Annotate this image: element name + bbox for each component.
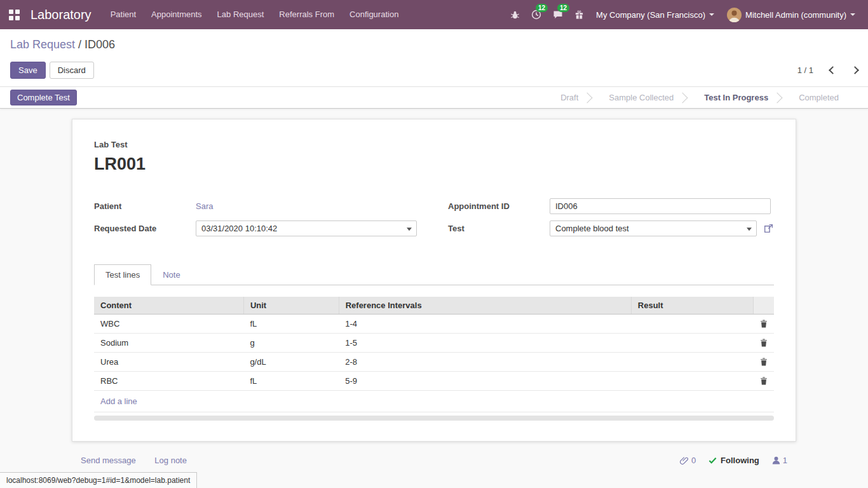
test-lines-table-wrap: Content Unit Reference Intervals Result … <box>94 297 774 421</box>
systray: 12 12 My Company (San Francisco) <box>505 0 862 29</box>
cell-unit[interactable]: fL <box>243 372 339 391</box>
doc-type-label: Lab Test <box>94 140 774 149</box>
pager: 1 / 1 <box>797 65 858 75</box>
patient-label: Patient <box>94 201 196 211</box>
tab-test-lines[interactable]: Test lines <box>94 264 151 285</box>
header-content[interactable]: Content <box>94 297 243 315</box>
apps-menu-icon[interactable] <box>0 0 28 29</box>
patient-value-link[interactable]: Sara <box>196 201 213 211</box>
delete-row-button[interactable] <box>754 315 774 334</box>
header-reference-intervals[interactable]: Reference Intervals <box>339 297 631 315</box>
bug-icon <box>510 10 520 20</box>
paperclip-icon <box>680 456 689 465</box>
attachments-button[interactable]: 0 <box>680 456 696 465</box>
step-completed[interactable]: Completed <box>787 90 858 105</box>
test-lines-table: Content Unit Reference Intervals Result … <box>94 297 774 391</box>
company-switcher[interactable]: My Company (San Francisco) <box>590 0 721 29</box>
cell-content[interactable]: RBC <box>94 372 243 391</box>
page-title: LR001 <box>94 154 774 174</box>
field-test: Test <box>448 219 774 238</box>
menu-lab-request[interactable]: Lab Request <box>210 0 272 29</box>
step-sample-collected[interactable]: Sample Collected <box>597 90 693 105</box>
cell-result[interactable] <box>631 372 754 391</box>
step-draft[interactable]: Draft <box>549 90 597 105</box>
open-test-record-button[interactable] <box>763 223 774 234</box>
cell-result[interactable] <box>631 334 754 353</box>
followers-button[interactable]: 1 <box>772 456 787 465</box>
user-menu[interactable]: Mitchell Admin (community) <box>721 0 862 29</box>
messages-button[interactable]: 12 <box>547 10 569 20</box>
cell-content[interactable]: WBC <box>94 315 243 334</box>
add-line-row: Add a line <box>94 391 774 412</box>
activities-button[interactable]: 12 <box>526 10 547 20</box>
breadcrumb-parent[interactable]: Lab Request <box>10 38 75 51</box>
person-icon <box>772 456 780 464</box>
table-row[interactable]: WBC fL 1-4 <box>94 315 774 334</box>
avatar <box>727 8 742 22</box>
status-bar-url: localhost:8069/web?debug=1#id=1&model=la… <box>0 472 197 488</box>
header-result[interactable]: Result <box>631 297 754 315</box>
gift-button[interactable] <box>569 10 590 20</box>
field-patient: Patient Sara <box>94 197 420 215</box>
save-button[interactable]: Save <box>10 62 46 79</box>
header-unit[interactable]: Unit <box>243 297 339 315</box>
appointment-id-label: Appointment ID <box>448 201 550 211</box>
cell-content[interactable]: Sodium <box>94 334 243 353</box>
cell-interval[interactable]: 5-9 <box>339 372 631 391</box>
discard-button[interactable]: Discard <box>50 62 94 79</box>
breadcrumb-separator: / <box>75 38 85 51</box>
table-row[interactable]: Urea g/dL 2-8 <box>94 353 774 372</box>
cell-interval[interactable]: 2-8 <box>339 353 631 372</box>
log-note-button[interactable]: Log note <box>154 456 187 465</box>
test-label: Test <box>448 224 550 233</box>
breadcrumb-current: ID006 <box>85 38 115 51</box>
header-actions <box>754 297 774 315</box>
horizontal-scrollbar[interactable] <box>94 416 774 421</box>
form-statusbar: Complete Test Draft Sample Collected Tes… <box>0 86 868 109</box>
notebook-tabs: Test lines Note <box>94 264 774 285</box>
cell-unit[interactable]: fL <box>243 315 339 334</box>
pager-value: 1 / 1 <box>797 65 813 75</box>
pager-next-icon[interactable] <box>851 66 859 74</box>
appointment-id-input[interactable] <box>550 198 771 214</box>
menu-configuration[interactable]: Configuration <box>342 0 406 29</box>
field-requested-date: Requested Date <box>94 219 420 238</box>
cell-unit[interactable]: g <box>243 334 339 353</box>
table-header-row: Content Unit Reference Intervals Result <box>94 297 774 315</box>
cell-interval[interactable]: 1-4 <box>339 315 631 334</box>
requested-date-input[interactable] <box>196 220 417 236</box>
cell-result[interactable] <box>631 315 754 334</box>
control-panel: Lab Request / ID006 Save Discard 1 / 1 <box>0 29 868 86</box>
trash-icon <box>760 377 768 385</box>
pager-previous-icon[interactable] <box>829 66 837 74</box>
menu-appointments[interactable]: Appointments <box>144 0 210 29</box>
table-row[interactable]: Sodium g 1-5 <box>94 334 774 353</box>
delete-row-button[interactable] <box>754 334 774 353</box>
delete-row-button[interactable] <box>754 353 774 372</box>
grid-icon <box>9 10 20 20</box>
form-view: Lab Test LR001 Patient Sara Appointment … <box>0 109 868 488</box>
field-appointment-id: Appointment ID <box>448 197 774 215</box>
app-brand[interactable]: Laboratory <box>28 8 103 22</box>
send-message-button[interactable]: Send message <box>81 456 136 465</box>
trash-icon <box>760 339 768 347</box>
requested-date-picker <box>196 220 417 236</box>
debug-bug-icon[interactable] <box>505 10 526 20</box>
table-row[interactable]: RBC fL 5-9 <box>94 372 774 391</box>
add-a-line-link[interactable]: Add a line <box>100 396 137 406</box>
cell-content[interactable]: Urea <box>94 353 243 372</box>
menu-referrals-from[interactable]: Referrals From <box>271 0 342 29</box>
tab-note[interactable]: Note <box>151 264 191 285</box>
status-steps: Draft Sample Collected Test In Progress … <box>549 90 858 105</box>
cell-interval[interactable]: 1-5 <box>339 334 631 353</box>
test-select[interactable] <box>550 220 757 236</box>
following-button[interactable]: Following <box>709 456 759 465</box>
gift-icon <box>574 10 584 20</box>
cell-unit[interactable]: g/dL <box>243 353 339 372</box>
field-group: Patient Sara Appointment ID Requested Da… <box>94 197 774 238</box>
menu-patient[interactable]: Patient <box>103 0 144 29</box>
cell-result[interactable] <box>631 353 754 372</box>
delete-row-button[interactable] <box>754 372 774 391</box>
step-test-in-progress[interactable]: Test In Progress <box>693 90 787 105</box>
complete-test-button[interactable]: Complete Test <box>10 90 77 105</box>
